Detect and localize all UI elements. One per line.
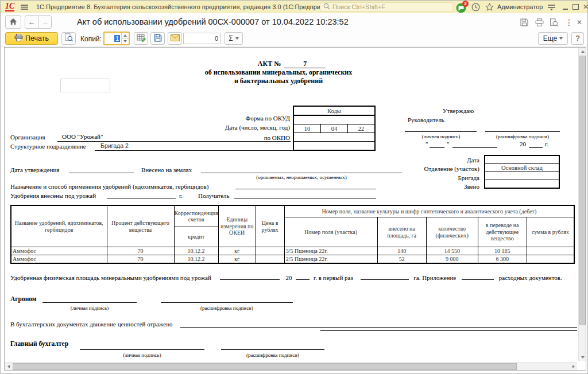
close-window-button[interactable]: ✕ [581,1,588,13]
cell-field: 3/5 Пшеница 22г. [284,247,377,255]
cell-area: 140 [377,247,426,255]
year-suffix: г. [545,141,548,148]
purpose-blank [235,181,376,189]
act-subtitle-2: и бактериальных удобрений [164,77,393,85]
agronomist-label: Агроном [10,295,37,303]
chief-decode-blank [221,341,324,350]
side-division-cell: Основной склад [485,164,559,172]
cell-credit: 10.12.2 [174,247,218,255]
cell-unit: кг [218,247,256,255]
horizontal-scrollbar[interactable] [5,362,577,370]
col-price-header: Цена в рублях [256,205,284,247]
preview-doc-icon [64,33,73,44]
discussions-icon[interactable]: 2 [456,2,466,14]
copies-stepper[interactable]: 1 [103,32,130,45]
harvest-year-blank [107,190,176,198]
col-active-header: в переводе на действующее вещество [478,217,527,247]
col-qty-header: количество (физических) [426,217,478,247]
date-label: Дата (число, месяц, год) [194,124,290,131]
envelope-icon [171,34,180,43]
user-name[interactable]: Администратор [497,1,543,13]
document-title: Акт об использовании удобрений 00СХ-0000… [77,17,349,26]
cell-qty: 14 550 [426,247,478,255]
favorites-star-icon[interactable] [485,1,494,13]
spreadsheet-document[interactable]: АКТ №7 об использовании минеральных, орг… [5,48,577,361]
service-menu-icon[interactable] [547,1,556,13]
forward-button[interactable]: → [38,15,52,29]
cell-name: Аммофос [11,255,107,263]
cell-area: 52 [377,255,426,263]
floppy-icon [154,34,162,44]
cell-name: Аммофос [11,247,107,255]
global-search-input[interactable]: Поиск Ctrl+Shift+F [320,2,453,11]
scroll-up-icon[interactable] [579,48,586,55]
corr-credit-header: кредит [175,227,218,247]
send-email-button[interactable] [168,32,182,45]
agronomist-sign-blank [42,294,137,303]
history-icon[interactable] [471,1,480,13]
okpo-cell [293,133,375,142]
date-day-cell: 10 [293,124,321,133]
sign-decode-hint: (расшифровка подписи) [477,134,568,139]
more-actions-label: Еще [543,34,557,42]
vertical-scrollbar[interactable] [578,48,586,361]
scroll-right-icon[interactable] [570,363,577,370]
cell-credit: 10.12.2 [174,255,218,263]
preview-button[interactable] [61,32,76,45]
cell-sum [527,255,574,263]
sum-function-button[interactable]: Σ [225,32,243,45]
back-button[interactable]: ← [25,15,38,29]
col-name-header: Название удобрений, ядохимикатов, гербиц… [11,205,107,247]
scroll-left-icon[interactable] [5,363,12,370]
side-values-box: Основной склад [484,155,560,189]
cell-cursor[interactable] [60,79,110,92]
col-field-header: Номер поля (участка) [284,217,377,247]
main-menu-icon[interactable] [20,1,29,13]
app-title: 1С:Предприятие 8. Бухгалтерия сельскохоз… [36,1,336,13]
save-file-button[interactable] [150,32,165,45]
scroll-down-icon[interactable] [579,353,586,361]
side-brigade-cell [485,172,559,180]
year-prefix: 20 [520,141,526,148]
close-form-icon[interactable]: ✕ [574,18,585,27]
save-icon[interactable] [519,18,529,27]
copies-label: Копий: [80,35,102,43]
col-unit-header: Единица измерения по ОКЕИ [218,205,256,247]
step-up-icon[interactable] [123,34,127,37]
print-button[interactable]: Печать [5,32,58,45]
sum-indicator-field[interactable]: 0 [183,33,221,44]
more-actions-button[interactable]: Еще [538,32,568,45]
table-edit-icon [137,34,146,44]
fertilizers-table: Название удобрений, ядохимикатов, гербиц… [10,205,575,264]
date-month-cell: 04 [321,124,348,133]
fertilized-area-label: Удобренная физическая площадь минеральны… [10,274,211,281]
org-label: Организация [10,134,45,141]
sign-blank-line [405,123,477,132]
cell-active: 10 185 [478,247,527,255]
cell-price [256,255,284,263]
more-menu-icon[interactable]: ⋮ [564,18,574,27]
table-settings-button[interactable] [134,32,148,45]
corr-accounts-header: Корреспонденция счетов [175,206,218,227]
minimize-button[interactable] [560,1,570,13]
maximize-button[interactable] [571,1,580,13]
cell-percent: 70 [107,247,174,255]
cell-sum [527,247,574,255]
fertilized-area-line: Удобренная физическая площадь минеральны… [10,274,577,282]
blank [220,274,280,280]
help-button[interactable]: ? [571,32,584,45]
preview-icon[interactable] [548,18,559,27]
cell-percent: 70 [107,255,174,263]
step-down-icon[interactable] [123,40,127,42]
vertical-scroll-thumb[interactable] [579,56,586,325]
more-caret-icon [559,37,563,40]
col-sum-header: сумма в рублях [527,217,574,247]
home-button[interactable] [5,15,21,29]
side-date-cell [485,155,559,164]
horizontal-scroll-thumb[interactable] [13,363,517,370]
day-blank [430,139,444,148]
form-header-bar: ← → Акт об использовании удобрений 00СХ-… [1,13,587,31]
cell-qty: 9 000 [426,255,478,263]
stepper-arrows[interactable] [121,33,129,44]
print-icon[interactable] [534,18,544,27]
